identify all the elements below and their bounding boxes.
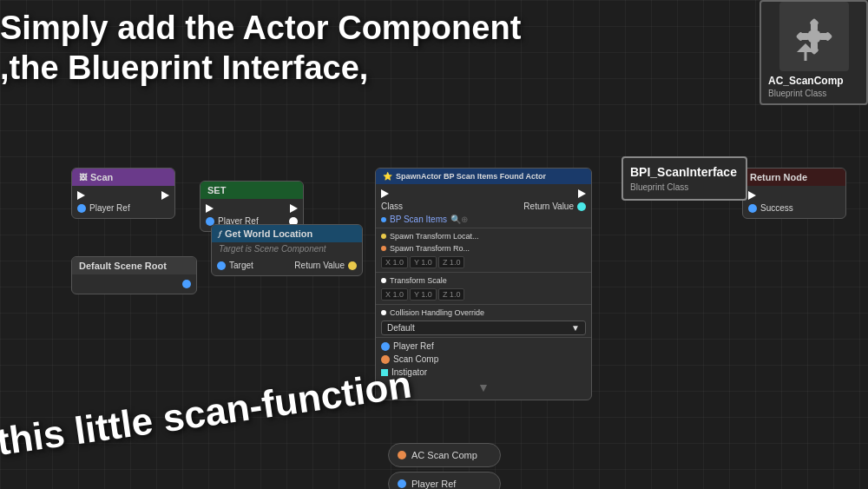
ac-panel-title: AC_ScanComp xyxy=(761,71,866,89)
bottom-pr-label: Player Ref xyxy=(411,479,456,489)
spawn-exec-in-pin xyxy=(381,189,389,198)
spawn-exec-out-pin xyxy=(578,189,586,198)
bottom-pr-pin xyxy=(398,479,406,488)
spawn-player-ref-pin xyxy=(381,342,390,351)
spawn-scan-comp-label: Scan Comp xyxy=(393,354,438,364)
ac-panel[interactable]: AC_ScanComp Blueprint Class xyxy=(760,0,868,105)
bpi-panel-title: BPI_ScanInterface xyxy=(630,165,739,179)
dsr-pin-row xyxy=(72,278,196,290)
return-success-label: Success xyxy=(760,203,793,213)
spawn-class-value: BP Scan Items xyxy=(390,215,447,224)
gear-icon xyxy=(788,10,840,63)
spawn-scale-pin xyxy=(381,278,386,283)
spawn-instigator-row: Instigator xyxy=(376,366,591,379)
gwl-target-pin xyxy=(217,261,226,270)
return-exec-pin xyxy=(748,191,756,200)
spawn-transform-rot-pin xyxy=(381,246,386,251)
spawn-class-value-row: BP Scan Items 🔍⊕ xyxy=(376,213,591,226)
spawn-scale-label: Transform Scale xyxy=(390,276,447,285)
gwl-target-row: Target Return Value xyxy=(212,259,362,272)
bottom-ac-scan-comp-node[interactable]: AC Scan Comp xyxy=(388,443,501,467)
scan-exec-out-pin xyxy=(161,191,169,200)
spawn-scan-comp-pin xyxy=(381,355,390,364)
gwl-subtitle: Target is Scene Component xyxy=(212,242,362,255)
scan-player-ref-row: Player Ref xyxy=(72,202,174,215)
set-node-header: SET xyxy=(201,182,303,199)
svg-point-8 xyxy=(807,30,821,43)
scroll-indicator: ▼ xyxy=(376,379,591,396)
spawn-collision-value: Default xyxy=(387,323,415,333)
bottom-player-ref-node[interactable]: Player Ref xyxy=(388,472,501,489)
bpi-panel[interactable]: BPI_ScanInterface Blueprint Class xyxy=(621,156,747,201)
gwl-return-label: Return Value xyxy=(294,261,345,270)
spawn-return-pin xyxy=(577,202,586,211)
set-exec-in-pin xyxy=(206,204,214,213)
spawn-class-in-pin xyxy=(381,217,386,222)
return-success-row: Success xyxy=(743,202,845,215)
return-node[interactable]: Return Node Success xyxy=(742,168,846,219)
spawn-scale-row: Transform Scale xyxy=(376,274,591,287)
spawn-transform-loc-pin xyxy=(381,234,386,239)
transform-fields: X 1.0 Y 1.0 Z 1.0 xyxy=(376,254,591,270)
spawn-transform-rot-label: Spawn Transform Ro... xyxy=(390,244,470,253)
scale-x: X 1.0 xyxy=(381,288,408,301)
transform-x: X 1.0 xyxy=(381,256,408,268)
scan-exec-row xyxy=(72,189,174,202)
default-scene-root-node[interactable]: Default Scene Root xyxy=(71,256,197,294)
set-exec-out-pin xyxy=(290,204,298,213)
scan-player-ref-label: Player Ref xyxy=(89,203,130,213)
return-success-pin xyxy=(748,204,757,213)
spawn-header: ⭐ SpawnActor BP Scan Items Found Actor xyxy=(376,169,591,184)
scan-node-header: 🖼 Scan xyxy=(72,169,174,186)
spawn-collision-pin xyxy=(381,310,386,315)
bottom-ac-pin xyxy=(398,451,406,459)
spawn-instigator-pin xyxy=(381,369,388,376)
bottom-ac-label: AC Scan Comp xyxy=(411,450,477,460)
spawn-return-label: Return Value xyxy=(523,202,574,211)
transform-z: Z 1.0 xyxy=(438,256,465,268)
spawn-scan-comp-row: Scan Comp xyxy=(376,353,591,366)
spawn-collision-row: Collision Handling Override xyxy=(376,307,591,319)
gwl-return-pin xyxy=(348,261,357,270)
spawn-instigator-label: Instigator xyxy=(391,367,427,377)
spawn-actor-node[interactable]: ⭐ SpawnActor BP Scan Items Found Actor C… xyxy=(375,168,592,400)
bpi-panel-subtitle: Blueprint Class xyxy=(630,182,739,192)
return-exec-row xyxy=(743,189,845,202)
scale-z: Z 1.0 xyxy=(438,288,465,301)
spawn-collision-label: Collision Handling Override xyxy=(390,308,484,317)
scan-node[interactable]: 🖼 Scan Player Ref xyxy=(71,168,175,219)
scale-y: Y 1.0 xyxy=(410,288,437,301)
scan-player-ref-pin xyxy=(77,204,86,213)
spawn-transform-loc-label: Spawn Transform Locat... xyxy=(390,232,479,241)
spawn-player-ref-row: Player Ref xyxy=(376,340,591,353)
spawn-exec-row xyxy=(376,188,591,200)
dropdown-arrow-icon: ▼ xyxy=(571,323,580,333)
transform-y: Y 1.0 xyxy=(410,256,437,268)
dsr-out-pin xyxy=(182,280,191,288)
spawn-transform-loc-row: Spawn Transform Locat... xyxy=(376,230,591,242)
scale-fields: X 1.0 Y 1.0 Z 1.0 xyxy=(376,287,591,302)
spawn-class-row: Class Return Value xyxy=(376,200,591,213)
spawn-class-label: Class xyxy=(381,202,403,211)
gwl-header: 𝑓 Get World Location xyxy=(212,225,362,242)
return-header: Return Node xyxy=(743,169,845,186)
spawn-collision-dropdown[interactable]: Default ▼ xyxy=(381,320,586,335)
scan-exec-in-pin xyxy=(77,191,85,200)
spawn-player-ref-label: Player Ref xyxy=(393,341,434,351)
gwl-target-label: Target xyxy=(229,261,253,270)
spawn-transform-rot-row: Spawn Transform Ro... xyxy=(376,242,591,254)
ac-panel-icon xyxy=(779,2,849,71)
dsr-header: Default Scene Root xyxy=(72,257,196,274)
get-world-location-node[interactable]: 𝑓 Get World Location Target is Scene Com… xyxy=(211,224,363,276)
set-exec-row xyxy=(201,202,303,215)
ac-panel-subtitle: Blueprint Class xyxy=(761,89,866,103)
